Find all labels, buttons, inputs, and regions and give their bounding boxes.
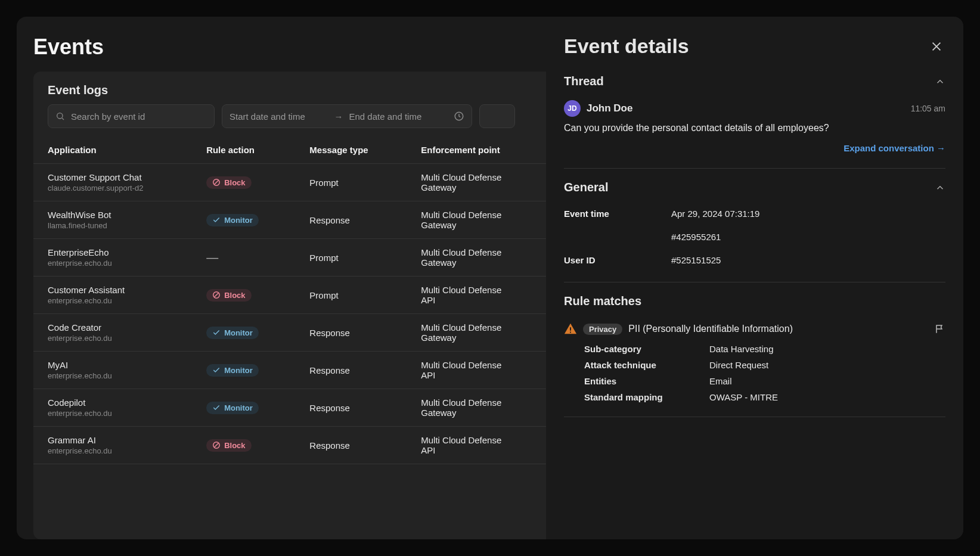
avatar: JD — [564, 100, 581, 117]
app-name: Customer Support Chat — [48, 172, 178, 182]
user-id-label: User ID — [564, 255, 671, 265]
thread-body: JD John Doe 11:05 am Can you provide the… — [564, 94, 945, 162]
expand-link-wrap: Expand conversation → — [564, 143, 945, 154]
app-sub: enterprise.echo.du — [48, 371, 178, 380]
rule-match-item: Privacy PII (Personally Identifiable Inf… — [564, 314, 945, 411]
table-row[interactable]: MyAIenterprise.echo.duMonitorResponseMul… — [33, 352, 546, 389]
enforcement-point: Multi Cloud DefenseGateway — [407, 314, 546, 352]
app-name: WealthWise Bot — [48, 210, 178, 220]
date-range-input[interactable]: Start date and time → End date and time — [222, 104, 472, 128]
close-button[interactable] — [928, 38, 945, 55]
table-row[interactable]: Customer Support Chatclaude.customer.sup… — [33, 164, 546, 201]
alert-triangle-icon — [564, 322, 577, 336]
app-name: Customer Assistant — [48, 285, 178, 295]
table-wrap: Application Rule action Message type Enf… — [33, 136, 546, 539]
app-sub: enterprise.echo.du — [48, 296, 178, 305]
rule-match-grid: Sub-category Data Harvesting Attack tech… — [564, 344, 945, 402]
extra-filter-select[interactable] — [479, 104, 515, 128]
rule-match-head: Privacy PII (Personally Identifiable Inf… — [564, 322, 945, 336]
user-name: John Doe — [587, 102, 632, 114]
thread-heading: Thread — [564, 74, 604, 88]
event-id-label — [564, 232, 671, 242]
message-time: 11:05 am — [911, 104, 945, 113]
details-title: Event details — [564, 35, 689, 58]
app-name: Code Creator — [48, 322, 178, 333]
message-type: Response — [295, 352, 407, 389]
table-row[interactable]: EnterpriseEchoenterprise.echo.du—PromptM… — [33, 239, 546, 277]
flag-icon[interactable] — [935, 324, 945, 334]
col-message-type[interactable]: Message type — [295, 136, 407, 164]
app-name: Grammar AI — [48, 435, 178, 445]
enforcement-point: Multi Cloud DefenseGateway — [407, 164, 546, 201]
date-start-placeholder: Start date and time — [230, 111, 328, 122]
svg-line-4 — [215, 181, 219, 185]
event-time-label: Event time — [564, 209, 671, 219]
enforcement-point: Multi Cloud DefenseAPI — [407, 352, 546, 389]
attack-technique-label: Attack technique — [584, 360, 709, 370]
expand-conversation-link[interactable]: Expand conversation → — [843, 143, 945, 153]
svg-rect-12 — [570, 332, 571, 333]
svg-point-0 — [57, 113, 63, 119]
table-row[interactable]: Grammar AIenterprise.echo.duBlockRespons… — [33, 427, 546, 464]
app-name: Codepilot — [48, 397, 178, 408]
search-placeholder: Search by event id — [71, 111, 145, 122]
app-sub: llama.fined-tuned — [48, 221, 178, 230]
chevron-up-icon — [935, 76, 945, 87]
card-title: Event logs — [33, 83, 546, 104]
general-heading: General — [564, 181, 608, 194]
arrow-right-icon: → — [334, 111, 343, 122]
date-end-placeholder: End date and time — [349, 111, 448, 122]
general-kv: Event time Apr 29, 2024 07:31:19 #425955… — [564, 200, 945, 276]
attack-technique-value: Direct Request — [709, 360, 945, 370]
block-badge: Block — [206, 289, 251, 302]
table-row[interactable]: Codepilotenterprise.echo.duMonitorRespon… — [33, 389, 546, 427]
enforcement-point: Multi Cloud DefenseGateway — [407, 201, 546, 239]
user-id-value: #525151525 — [671, 255, 945, 265]
table-row[interactable]: Customer Assistantenterprise.echo.duBloc… — [33, 277, 546, 314]
svg-rect-11 — [570, 327, 571, 331]
details-header: Event details — [564, 35, 945, 58]
message-header: JD John Doe 11:05 am — [564, 100, 945, 117]
rule-match-title: PII (Personally Identifiable Information… — [628, 324, 793, 334]
divider — [564, 282, 945, 282]
message-type: Prompt — [295, 164, 407, 201]
message-type: Response — [295, 427, 407, 464]
enforcement-point: Multi Cloud DefenseAPI — [407, 427, 546, 464]
divider — [564, 168, 945, 169]
app-name: MyAI — [48, 360, 178, 370]
monitor-badge: Monitor — [206, 402, 259, 414]
events-table: Application Rule action Message type Enf… — [33, 136, 546, 464]
standard-mapping-label: Standard mapping — [584, 392, 709, 402]
sub-category-label: Sub-category — [584, 344, 709, 354]
block-icon — [212, 178, 221, 187]
page-title: Events — [17, 35, 546, 72]
general-section-toggle[interactable]: General — [564, 175, 945, 200]
app-sub: enterprise.echo.du — [48, 409, 178, 418]
search-icon — [55, 111, 65, 121]
no-action: — — [206, 251, 219, 264]
block-icon — [212, 291, 221, 299]
message-type: Response — [295, 201, 407, 239]
check-icon — [212, 403, 221, 412]
table-row[interactable]: Code Creatorenterprise.echo.duMonitorRes… — [33, 314, 546, 352]
check-icon — [212, 328, 221, 337]
monitor-badge: Monitor — [206, 327, 259, 339]
thread-section-toggle[interactable]: Thread — [564, 69, 945, 94]
rule-matches-heading: Rule matches — [564, 294, 641, 308]
enforcement-point: Multi Cloud DefenseGateway — [407, 389, 546, 427]
col-rule-action[interactable]: Rule action — [192, 136, 295, 164]
app-sub: enterprise.echo.du — [48, 446, 178, 455]
app-sub: enterprise.echo.du — [48, 334, 178, 343]
app-sub: claude.customer.support-d2 — [48, 184, 178, 192]
sub-category-value: Data Harvesting — [709, 344, 945, 354]
table-row[interactable]: WealthWise Botllama.fined-tunedMonitorRe… — [33, 201, 546, 239]
check-icon — [212, 366, 221, 374]
event-id-value: #425955261 — [671, 232, 945, 242]
message-type: Prompt — [295, 277, 407, 314]
search-input[interactable]: Search by event id — [48, 104, 215, 128]
event-logs-card: Event logs Search by event id Start date… — [33, 72, 546, 539]
monitor-badge: Monitor — [206, 214, 259, 226]
col-application[interactable]: Application — [33, 136, 192, 164]
col-enforcement-point[interactable]: Enforcement point — [407, 136, 546, 164]
enforcement-point: Multi Cloud DefenseAPI — [407, 277, 546, 314]
